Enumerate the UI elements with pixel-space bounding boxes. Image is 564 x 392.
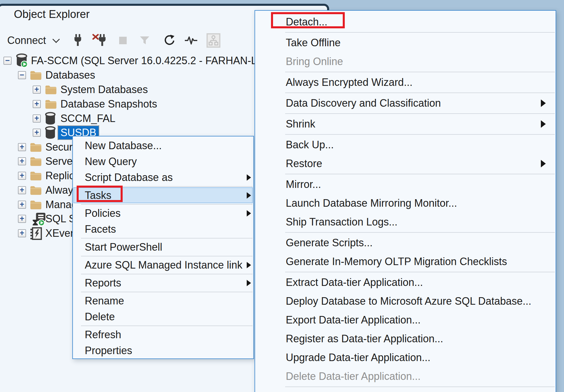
menu-separator bbox=[81, 238, 252, 238]
menu-item-start-powershell[interactable]: Start PowerShell bbox=[73, 239, 253, 255]
submenu-item-shrink[interactable]: Shrink bbox=[255, 114, 556, 133]
menu-item-rename[interactable]: Rename bbox=[73, 293, 253, 309]
folder-icon bbox=[30, 171, 42, 181]
filter-button[interactable] bbox=[140, 31, 150, 50]
refresh-icon bbox=[163, 34, 175, 47]
submenu-arrow-icon bbox=[541, 160, 546, 167]
expand-expander-icon[interactable]: + bbox=[18, 215, 26, 223]
submenu-item-register-as-data-tier-application[interactable]: Register as Data-tier Application... bbox=[255, 329, 556, 348]
expand-expander-icon[interactable]: + bbox=[18, 201, 26, 209]
menu-item-delete[interactable]: Delete bbox=[73, 309, 253, 325]
folder-icon bbox=[45, 99, 57, 109]
folder-icon bbox=[30, 142, 42, 152]
menu-item-script-database-as[interactable]: Script Database as bbox=[73, 169, 253, 185]
expand-expander-icon[interactable]: + bbox=[18, 157, 26, 165]
submenu-item-upgrade-data-tier-application[interactable]: Upgrade Data-tier Application... bbox=[255, 348, 556, 367]
screenshot-root: Object Explorer Connect bbox=[0, 0, 564, 392]
expand-expander-icon[interactable]: + bbox=[18, 186, 26, 194]
menu-separator bbox=[285, 174, 555, 174]
submenu-item-generate-scripts[interactable]: Generate Scripts... bbox=[255, 233, 556, 252]
expand-expander-icon[interactable]: + bbox=[18, 172, 26, 180]
expand-expander-icon[interactable]: + bbox=[33, 114, 41, 123]
disconnect-object-explorer-button[interactable] bbox=[92, 31, 107, 50]
submenu-item-export-data-tier-application[interactable]: Export Data-tier Application... bbox=[255, 310, 556, 329]
menu-item-new-database[interactable]: New Database... bbox=[73, 138, 253, 154]
submenu-item-mirror[interactable]: Mirror... bbox=[255, 175, 556, 194]
disconnect-plug-icon bbox=[92, 34, 107, 47]
submenu-arrow-icon bbox=[247, 174, 251, 181]
expand-expander-icon[interactable]: + bbox=[33, 129, 41, 137]
menu-separator bbox=[285, 232, 555, 233]
folder-icon bbox=[45, 85, 57, 95]
submenu-item-bring-online[interactable]: Bring Online bbox=[255, 52, 556, 71]
panel-title: Object Explorer bbox=[14, 8, 90, 21]
menu-separator bbox=[285, 93, 555, 93]
connect-object-explorer-button[interactable] bbox=[73, 31, 82, 50]
submenu-item-launch-database-mirroring-monitor[interactable]: Launch Database Mirroring Monitor... bbox=[255, 194, 556, 212]
tree-item-label: SCCM_FAL bbox=[60, 111, 115, 126]
activity-monitor-icon bbox=[185, 36, 198, 45]
collapse-expander-icon[interactable]: − bbox=[18, 71, 26, 79]
menu-separator bbox=[81, 292, 252, 292]
expand-expander-icon[interactable]: + bbox=[33, 86, 41, 94]
menu-separator bbox=[285, 134, 555, 135]
xevent-profiler-icon bbox=[30, 227, 42, 240]
submenu-item-back-up[interactable]: Back Up... bbox=[255, 135, 556, 154]
submenu-item-extract-data-tier-application[interactable]: Extract Data-tier Application... bbox=[255, 273, 556, 292]
connect-plug-icon bbox=[73, 34, 82, 47]
submenu-item-ship-transaction-logs[interactable]: Ship Transaction Logs... bbox=[255, 212, 556, 231]
menu-item-properties[interactable]: Properties bbox=[73, 343, 253, 358]
menu-separator bbox=[285, 72, 555, 72]
submenu-item-delete-data-tier-application[interactable]: Delete Data-tier Application... bbox=[255, 367, 556, 386]
sql-server-instance-icon bbox=[16, 53, 28, 68]
filter-icon bbox=[140, 36, 150, 45]
menu-item-facets[interactable]: Facets bbox=[73, 221, 253, 237]
object-explorer-toolbar: Connect bbox=[0, 31, 255, 50]
submenu-item-deploy-database-to-microsoft-azure-sql-database[interactable]: Deploy Database to Microsoft Azure SQL D… bbox=[255, 292, 556, 310]
submenu-item-take-offline[interactable]: Take Offline bbox=[255, 33, 556, 52]
menu-item-new-query[interactable]: New Query bbox=[73, 154, 253, 169]
refresh-button[interactable] bbox=[163, 31, 175, 50]
folder-icon bbox=[30, 200, 42, 210]
submenu-arrow-icon bbox=[541, 99, 546, 107]
menu-separator bbox=[285, 387, 555, 387]
tree-item-label: FA-SCCM (SQL Server 16.0.4225.2 - FARHAN… bbox=[31, 53, 271, 68]
collapse-expander-icon[interactable]: − bbox=[3, 57, 12, 65]
expand-expander-icon[interactable]: + bbox=[18, 229, 26, 237]
expand-expander-icon[interactable]: + bbox=[18, 143, 26, 151]
folder-icon bbox=[30, 70, 42, 80]
context-menu: New Database... New Query Script Databas… bbox=[72, 136, 254, 359]
tree-item-label: Databases bbox=[45, 68, 95, 82]
diagram-icon bbox=[207, 33, 220, 48]
database-diagram-button[interactable] bbox=[207, 31, 220, 50]
menu-separator bbox=[285, 113, 555, 114]
menu-item-azure-sql-managed-instance-link[interactable]: Azure SQL Managed Instance link bbox=[73, 257, 253, 273]
menu-item-refresh[interactable]: Refresh bbox=[73, 327, 253, 343]
menu-separator bbox=[81, 326, 252, 326]
tree-item-label: Database Snapshots bbox=[60, 97, 157, 111]
activity-monitor-button[interactable] bbox=[185, 31, 198, 50]
submenu-item-generate-in-memory-oltp-migration-checklists[interactable]: Generate In-Memory OLTP Migration Checkl… bbox=[255, 252, 556, 271]
submenu-item-restore[interactable]: Restore bbox=[255, 154, 556, 173]
submenu-arrow-icon bbox=[247, 192, 251, 199]
database-icon bbox=[45, 126, 56, 139]
expand-expander-icon[interactable]: + bbox=[33, 100, 41, 108]
menu-separator bbox=[81, 274, 252, 274]
submenu-item-always-encrypted-wizard[interactable]: Always Encrypted Wizard... bbox=[255, 73, 556, 92]
submenu-arrow-icon bbox=[247, 280, 251, 286]
menu-item-reports[interactable]: Reports bbox=[73, 275, 253, 291]
tree-item-label: System Databases bbox=[60, 82, 148, 97]
annotation-box-tasks bbox=[77, 186, 123, 202]
submenu-item-data-discovery-and-classification[interactable]: Data Discovery and Classification bbox=[255, 94, 556, 112]
stop-button[interactable] bbox=[119, 31, 127, 50]
menu-separator bbox=[285, 272, 555, 272]
folder-icon bbox=[30, 185, 42, 195]
tasks-submenu: Detach... Take Offline Bring Online Alwa… bbox=[255, 10, 556, 392]
menu-separator bbox=[81, 204, 252, 205]
menu-separator bbox=[285, 32, 555, 33]
connect-dropdown-button[interactable]: Connect bbox=[7, 31, 59, 50]
menu-item-policies[interactable]: Policies bbox=[73, 205, 253, 221]
menu-separator bbox=[81, 256, 252, 256]
folder-icon bbox=[30, 156, 42, 166]
connect-label: Connect bbox=[7, 34, 46, 47]
